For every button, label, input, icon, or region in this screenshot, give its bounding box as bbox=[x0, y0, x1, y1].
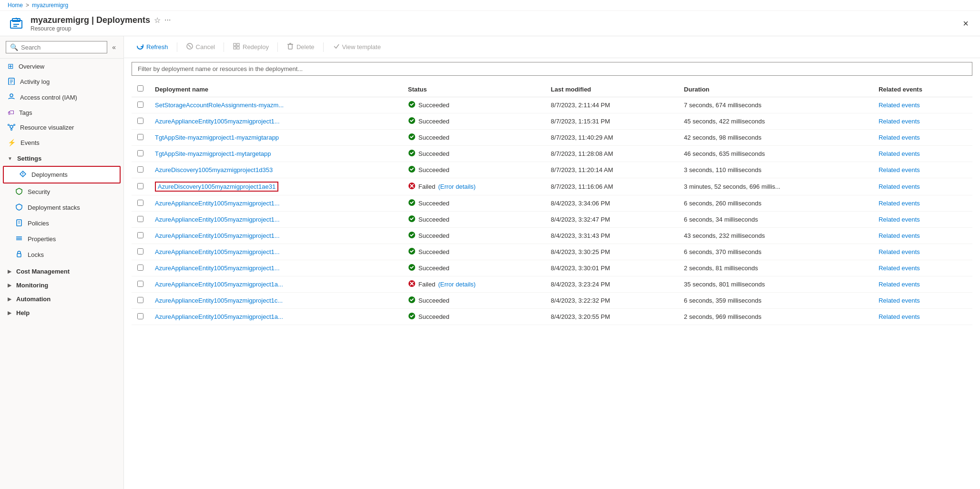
error-details-link[interactable]: (Error details) bbox=[438, 281, 476, 288]
sidebar-section-cost-management[interactable]: ▶ Cost Management bbox=[0, 265, 123, 278]
favorite-button[interactable]: ☆ bbox=[154, 16, 161, 25]
settings-section-header[interactable]: ▼ Settings bbox=[0, 152, 123, 165]
row-checkbox[interactable] bbox=[137, 134, 143, 140]
deployment-name-link[interactable]: SetStorageAccountRoleAssignments-myazm..… bbox=[155, 102, 284, 109]
settings-section-label: Settings bbox=[17, 155, 41, 162]
sidebar-label-deployment-stacks: Deployment stacks bbox=[28, 204, 80, 211]
filter-bar: Filter by deployment name or resources i… bbox=[132, 62, 972, 76]
sidebar-item-security[interactable]: Security bbox=[0, 184, 123, 200]
row-checkbox[interactable] bbox=[137, 183, 143, 189]
related-events-link[interactable]: Related events bbox=[878, 118, 920, 125]
duration-cell: 6 seconds, 34 milliseconds bbox=[678, 212, 873, 228]
cost-management-chevron: ▶ bbox=[8, 269, 11, 274]
sidebar-item-properties[interactable]: Properties bbox=[0, 231, 123, 247]
deployment-name-link[interactable]: AzureApplianceEntity1005myazmigproject1.… bbox=[155, 216, 280, 223]
breadcrumb-resource[interactable]: myazuremigrg bbox=[32, 2, 68, 9]
status-text: Succeeded bbox=[419, 248, 449, 255]
sidebar-item-events[interactable]: ⚡ Events bbox=[0, 135, 123, 150]
search-input[interactable] bbox=[21, 44, 103, 51]
search-icon: 🔍 bbox=[10, 43, 18, 51]
row-checkbox[interactable] bbox=[137, 248, 143, 255]
sidebar-item-deployment-stacks[interactable]: Deployment stacks bbox=[0, 200, 123, 215]
row-checkbox[interactable] bbox=[137, 150, 143, 156]
row-checkbox[interactable] bbox=[137, 216, 143, 222]
row-checkbox[interactable] bbox=[137, 232, 143, 238]
deployment-name-link[interactable]: AzureDiscovery1005myazmigproject1ae31 bbox=[158, 183, 276, 190]
page-title: myazuremigrg | Deployments bbox=[31, 15, 150, 25]
deployment-name-link[interactable]: AzureDiscovery1005myazmigproject1d353 bbox=[155, 166, 273, 173]
deployment-name-link[interactable]: AzureApplianceEntity1005myazmigproject1.… bbox=[155, 265, 280, 272]
row-checkbox[interactable] bbox=[137, 166, 143, 173]
help-chevron: ▶ bbox=[8, 310, 11, 316]
deployment-name-link[interactable]: TgtAppSite-myazmigproject1-mytargetapp bbox=[155, 150, 271, 157]
sidebar-item-overview[interactable]: ⊞ Overview bbox=[0, 59, 123, 74]
sidebar-item-deployments[interactable]: Deployments bbox=[3, 166, 121, 183]
related-events-link[interactable]: Related events bbox=[878, 200, 920, 207]
related-events-link[interactable]: Related events bbox=[878, 313, 920, 320]
related-events-link[interactable]: Related events bbox=[878, 150, 920, 157]
related-events-link[interactable]: Related events bbox=[878, 281, 920, 288]
deployment-name-link[interactable]: AzureApplianceEntity1005myazmigproject1.… bbox=[155, 248, 280, 255]
search-box: 🔍 bbox=[6, 41, 107, 53]
related-events-link[interactable]: Related events bbox=[878, 183, 920, 190]
failed-icon bbox=[408, 182, 416, 191]
sidebar-section-monitoring[interactable]: ▶ Monitoring bbox=[0, 278, 123, 292]
sidebar-section-automation[interactable]: ▶ Automation bbox=[0, 292, 123, 306]
related-events-link[interactable]: Related events bbox=[878, 134, 920, 141]
breadcrumb-home[interactable]: Home bbox=[8, 2, 23, 9]
status-text: Failed bbox=[419, 183, 435, 190]
settings-chevron-icon: ▼ bbox=[8, 156, 12, 161]
deployment-name-link[interactable]: AzureApplianceEntity1005myazmigproject1c… bbox=[155, 297, 283, 304]
deployment-name-link[interactable]: AzureApplianceEntity1005myazmigproject1a… bbox=[155, 281, 283, 288]
row-checkbox[interactable] bbox=[137, 200, 143, 206]
events-icon: ⚡ bbox=[8, 139, 16, 146]
row-checkbox[interactable] bbox=[137, 313, 143, 319]
view-template-button[interactable]: View template bbox=[327, 40, 386, 54]
select-all-checkbox[interactable] bbox=[137, 85, 143, 92]
svg-rect-30 bbox=[234, 47, 236, 49]
success-icon bbox=[408, 117, 416, 126]
refresh-icon bbox=[136, 42, 144, 51]
status-text: Succeeded bbox=[419, 166, 449, 173]
error-details-link[interactable]: (Error details) bbox=[438, 183, 476, 190]
table-row: AzureDiscovery1005myazmigproject1ae31Fai… bbox=[132, 178, 972, 195]
related-events-link[interactable]: Related events bbox=[878, 297, 920, 304]
last-modified-cell: 8/7/2023, 1:15:31 PM bbox=[545, 113, 678, 130]
redeploy-button[interactable]: Redeploy bbox=[228, 40, 274, 54]
resource-group-icon bbox=[8, 15, 25, 32]
row-checkbox[interactable] bbox=[137, 297, 143, 303]
col-duration: Duration bbox=[678, 82, 873, 97]
sidebar-item-activity-log[interactable]: Activity log bbox=[0, 74, 123, 90]
row-checkbox[interactable] bbox=[137, 118, 143, 124]
deployment-name-link[interactable]: AzureApplianceEntity1005myazmigproject1.… bbox=[155, 118, 280, 125]
delete-label: Delete bbox=[296, 43, 315, 51]
sidebar-section-help[interactable]: ▶ Help bbox=[0, 306, 123, 320]
sidebar-label-resource-visualizer: Resource visualizer bbox=[20, 124, 74, 131]
deployment-name-link[interactable]: TgtAppSite-myazmigproject1-myazmigtarapp bbox=[155, 134, 279, 141]
sidebar-item-access-control[interactable]: Access control (IAM) bbox=[0, 90, 123, 105]
sidebar-item-locks[interactable]: Locks bbox=[0, 247, 123, 263]
deployment-name-link[interactable]: AzureApplianceEntity1005myazmigproject1.… bbox=[155, 232, 280, 239]
row-checkbox[interactable] bbox=[137, 281, 143, 287]
delete-button[interactable]: Delete bbox=[282, 40, 319, 54]
refresh-label: Refresh bbox=[146, 43, 168, 51]
collapse-sidebar-button[interactable]: « bbox=[110, 41, 118, 53]
more-options-button[interactable]: ··· bbox=[164, 16, 171, 24]
related-events-link[interactable]: Related events bbox=[878, 166, 920, 173]
sidebar-item-resource-visualizer[interactable]: Resource visualizer bbox=[0, 120, 123, 135]
related-events-link[interactable]: Related events bbox=[878, 232, 920, 239]
cancel-button[interactable]: Cancel bbox=[181, 40, 220, 54]
related-events-link[interactable]: Related events bbox=[878, 216, 920, 223]
deployment-name-link[interactable]: AzureApplianceEntity1005myazmigproject1a… bbox=[155, 313, 283, 320]
related-events-link[interactable]: Related events bbox=[878, 102, 920, 109]
sidebar-item-policies[interactable]: Policies bbox=[0, 215, 123, 231]
close-button[interactable]: × bbox=[959, 17, 972, 30]
refresh-button[interactable]: Refresh bbox=[132, 40, 173, 54]
sidebar-item-tags[interactable]: 🏷 Tags bbox=[0, 105, 123, 120]
row-checkbox[interactable] bbox=[137, 102, 143, 108]
related-events-link[interactable]: Related events bbox=[878, 265, 920, 272]
related-events-link[interactable]: Related events bbox=[878, 248, 920, 255]
last-modified-cell: 8/4/2023, 3:32:47 PM bbox=[545, 212, 678, 228]
row-checkbox[interactable] bbox=[137, 265, 143, 271]
deployment-name-link[interactable]: AzureApplianceEntity1005myazmigproject1.… bbox=[155, 200, 280, 207]
